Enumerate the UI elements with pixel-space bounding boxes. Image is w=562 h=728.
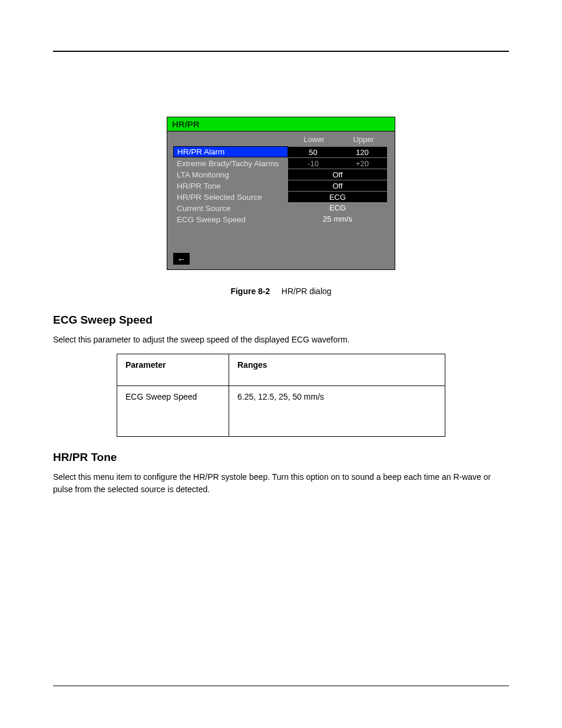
back-button[interactable]: ← xyxy=(173,253,190,265)
ecg-sweep-heading: ECG Sweep Speed xyxy=(53,314,509,327)
row-extreme-brady-tachy[interactable]: Extreme Brady/Tachy Alarms -10 +20 xyxy=(173,158,389,169)
extreme-upper[interactable]: +20 xyxy=(338,158,387,169)
row-label-tone: HR/PR Tone xyxy=(173,181,288,191)
row-hrpr-source[interactable]: HR/PR Selected Source ECG xyxy=(173,192,389,202)
row-current-source: Current Source ECG xyxy=(173,203,389,213)
td-param-ranges: 6.25, 12.5, 25, 50 mm/s xyxy=(229,386,445,437)
hrpr-alarm-upper[interactable]: 120 xyxy=(338,147,387,157)
ecg-sweep-section: ECG Sweep Speed Select this parameter to… xyxy=(53,314,509,437)
current-source-value: ECG xyxy=(288,203,387,213)
col-lower-header: Lower xyxy=(288,135,340,144)
hrpr-tone-heading: HR/PR Tone xyxy=(53,451,509,464)
row-label-extreme: Extreme Brady/Tachy Alarms xyxy=(173,159,288,169)
col-upper-header: Upper xyxy=(340,135,387,144)
th-ranges: Ranges xyxy=(229,354,445,386)
figure-caption: Figure 8-2 HR/PR dialog xyxy=(53,286,509,296)
row-label-current-source: Current Source xyxy=(173,203,288,213)
td-param-name: ECG Sweep Speed xyxy=(117,386,229,437)
figure-number: Figure 8-2 xyxy=(230,286,270,296)
hrpr-tone-section: HR/PR Tone Select this menu item to conf… xyxy=(53,451,509,495)
ecg-sweep-value: 25 mm/s xyxy=(288,214,387,225)
parameter-table: Parameter Ranges ECG Sweep Speed 6.25, 1… xyxy=(117,354,445,437)
lta-value[interactable]: Off xyxy=(288,169,387,180)
page-header xyxy=(53,24,509,52)
row-label-source: HR/PR Selected Source xyxy=(173,192,288,202)
source-value[interactable]: ECG xyxy=(288,192,387,202)
row-ecg-sweep[interactable]: ECG Sweep Speed 25 mm/s xyxy=(173,214,389,225)
row-lta-monitoring[interactable]: LTA Monitoring Off xyxy=(173,169,389,180)
extreme-lower[interactable]: -10 xyxy=(288,158,338,169)
th-parameter: Parameter xyxy=(117,354,229,386)
figure-text: HR/PR dialog xyxy=(282,286,332,296)
back-arrow-icon: ← xyxy=(177,254,186,264)
hrpr-tone-para: Select this menu item to configure the H… xyxy=(53,471,509,495)
hrpr-alarm-lower[interactable]: 50 xyxy=(288,147,338,157)
column-headers: Lower Upper xyxy=(288,135,389,144)
ecg-sweep-para: Select this parameter to adjust the swee… xyxy=(53,334,509,345)
dialog-body: Lower Upper HR/PR Alarm 50 120 Extreme B… xyxy=(167,131,395,270)
row-hrpr-alarm[interactable]: HR/PR Alarm 50 120 xyxy=(173,146,389,157)
row-label-hrpr-alarm: HR/PR Alarm xyxy=(173,146,288,157)
row-hrpr-tone[interactable]: HR/PR Tone Off xyxy=(173,180,389,191)
page-footer xyxy=(53,686,509,697)
dialog-title: HR/PR xyxy=(167,117,395,131)
row-label-ecg-sweep: ECG Sweep Speed xyxy=(173,215,288,225)
tone-value[interactable]: Off xyxy=(288,180,387,191)
row-label-lta: LTA Monitoring xyxy=(173,170,288,180)
hrpr-dialog: HR/PR Lower Upper HR/PR Alarm 50 120 Ext… xyxy=(167,117,395,270)
hrpr-dialog-figure: HR/PR Lower Upper HR/PR Alarm 50 120 Ext… xyxy=(53,117,509,270)
